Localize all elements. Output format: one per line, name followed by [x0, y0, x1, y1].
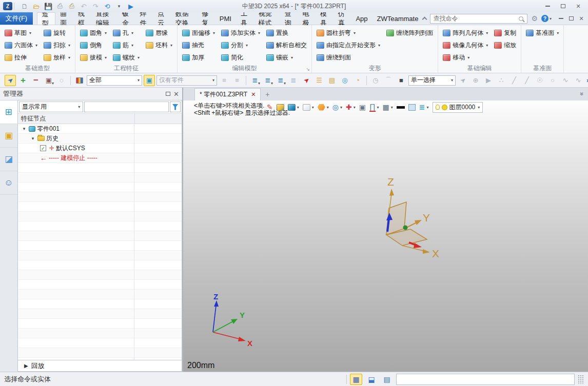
- tree-filter-combo[interactable]: 显示常用 ▾: [19, 101, 83, 112]
- replay-icon[interactable]: ▶: [483, 75, 494, 86]
- tree-filter-button[interactable]: [170, 101, 181, 112]
- ribbon-button-置换[interactable]: 置换: [265, 27, 308, 39]
- rotate-mode-icon[interactable]: ▾: [318, 104, 329, 111]
- layer-stack-icon[interactable]: ≣▾: [419, 103, 429, 111]
- circle-icon[interactable]: ○: [547, 75, 558, 86]
- history-regen-icon[interactable]: ◷: [370, 75, 381, 86]
- menu-tab-曲面[interactable]: 曲面: [55, 12, 73, 25]
- new-tab-button[interactable]: +: [261, 88, 274, 100]
- session-clock-icon[interactable]: ◔: [352, 75, 363, 86]
- marquee-select-icon[interactable]: ▣▾: [43, 75, 54, 86]
- ribbon-button-筋[interactable]: 筋▾: [112, 39, 141, 51]
- ribbon-button-添加实体[interactable]: 添加实体▾: [220, 27, 261, 39]
- print-add-icon[interactable]: ⎙: [67, 2, 76, 11]
- select-mode-combo[interactable]: 单一选择▾: [408, 75, 456, 86]
- viewport-3d[interactable]: <单击右键>环境相关选项. <Shift +鼠标右键> 显示选择过滤器. ✎▾▾…: [183, 100, 588, 372]
- menu-tab-查询[interactable]: 查询: [280, 12, 298, 25]
- doc-restore-button[interactable]: [566, 14, 576, 23]
- tree-row-零件001[interactable]: ▾零件001: [18, 124, 182, 134]
- tree-expander-icon[interactable]: ▾: [30, 136, 36, 141]
- status-grip[interactable]: [578, 375, 584, 384]
- ribbon-button-孔[interactable]: 孔▾: [112, 27, 141, 39]
- filter-part-combo[interactable]: 仅有零件▾: [156, 75, 217, 86]
- settings-gear-icon[interactable]: ⚙: [531, 14, 538, 23]
- remove-select-icon[interactable]: −: [30, 75, 42, 86]
- ribbon-button-缠绕到面[interactable]: 缠绕到面: [316, 51, 381, 64]
- circle-point-icon[interactable]: ☉: [534, 75, 545, 86]
- line-icon[interactable]: ╱: [508, 75, 520, 86]
- part-browser-icon[interactable]: ▣: [0, 124, 17, 148]
- ribbon-button-六面体[interactable]: 六面体▾: [4, 39, 38, 51]
- menu-tab-模具[interactable]: 模具: [316, 12, 334, 25]
- panel-close-icon[interactable]: ✕: [173, 90, 179, 98]
- monitor-icon[interactable]: ⬓: [365, 374, 378, 385]
- file-menu-button[interactable]: 文件(F): [0, 12, 33, 25]
- panel-float-icon[interactable]: [166, 92, 170, 96]
- match-props-icon[interactable]: ≡: [219, 75, 230, 86]
- section-view-icon[interactable]: ∏▾: [369, 103, 379, 112]
- pick-arrow-icon[interactable]: ➤: [5, 75, 16, 86]
- tree-row-历史[interactable]: ▾历史: [18, 134, 182, 144]
- tree-row-默认CSYS[interactable]: ✓✛默认CSYS: [18, 144, 182, 153]
- app-logo-icon[interactable]: Z: [3, 2, 12, 10]
- ribbon-button-圆柱折弯[interactable]: 圆柱折弯▾: [316, 27, 381, 39]
- status-input[interactable]: [396, 374, 575, 385]
- dialog-launcher-icon[interactable]: ↘: [306, 67, 310, 72]
- ribbon-button-面偏移[interactable]: 面偏移▾: [181, 27, 216, 39]
- ribbon-button-由指定点开始变形[interactable]: 由指定点开始变形▾: [316, 39, 381, 51]
- ribbon-button-抽壳[interactable]: 抽壳: [181, 39, 216, 51]
- ribbon-button-坯料[interactable]: 坯料▾: [145, 39, 173, 51]
- filter-all-combo[interactable]: 全部▾: [87, 75, 142, 86]
- menu-tab-直接编辑[interactable]: 直接编辑: [91, 12, 117, 25]
- menu-tab-点云[interactable]: 点云: [153, 12, 171, 25]
- blue-square-icon[interactable]: [408, 104, 416, 111]
- ribbon-button-拔模[interactable]: 拔模▾: [79, 51, 108, 64]
- tree-expander-icon[interactable]: ▾: [21, 126, 27, 131]
- prompt-table-icon[interactable]: ▦: [350, 374, 362, 385]
- add-select-icon[interactable]: +: [17, 75, 29, 86]
- ribbon-button-缩放[interactable]: 缩放: [493, 39, 517, 51]
- new-file-icon[interactable]: 🗋: [20, 2, 29, 11]
- ribbon-button-圆角[interactable]: 圆角▾: [79, 27, 108, 39]
- print-icon[interactable]: ⎙: [55, 2, 65, 11]
- selection-filter-icon[interactable]: [74, 75, 85, 86]
- ribbon-button-加厚[interactable]: 加厚: [181, 51, 216, 64]
- points-icon[interactable]: ∴: [496, 75, 507, 86]
- ribbon-button-镶嵌[interactable]: 镶嵌▾: [265, 51, 308, 64]
- menu-tab-ZWTeammate[interactable]: ZWTeammate: [373, 12, 423, 25]
- spline-icon[interactable]: ∿: [560, 75, 571, 86]
- copy-props-icon[interactable]: ≡: [231, 75, 243, 86]
- doc-minimize-button[interactable]: [556, 14, 565, 23]
- show-entities-icon[interactable]: ≣▾: [249, 75, 261, 86]
- export-folder-icon[interactable]: ▤: [326, 75, 338, 86]
- ribbon-button-扫掠[interactable]: 扫掠▾: [43, 39, 71, 51]
- default-csys-graphic[interactable]: Z Y X: [359, 169, 472, 267]
- curve-toggle-icon[interactable]: ⌒: [383, 75, 394, 86]
- ribbon-button-旋转[interactable]: 旋转: [43, 27, 71, 39]
- list-manager-icon[interactable]: ☰: [313, 75, 325, 86]
- ribbon-button-拉伸[interactable]: 拉伸: [4, 51, 38, 64]
- save-icon[interactable]: 💾: [44, 2, 53, 11]
- ribbon-button-倒角[interactable]: 倒角: [79, 39, 108, 51]
- ribbon-button-阵列几何体[interactable]: 阵列几何体▾: [442, 27, 489, 39]
- redo-icon[interactable]: ↷: [91, 2, 100, 11]
- doc-close-button[interactable]: ✕: [577, 14, 586, 23]
- open-file-icon[interactable]: 🗁: [32, 2, 41, 11]
- menu-tab-造型[interactable]: 造型: [37, 12, 56, 25]
- hint-erase-icon[interactable]: ✎: [267, 103, 273, 111]
- polyline-icon[interactable]: ╱: [521, 75, 533, 86]
- swap-visibility-icon[interactable]: ≣: [288, 75, 299, 86]
- collapse-ribbon-icon[interactable]: [422, 17, 427, 22]
- ribbon-button-解析自相交[interactable]: 解析自相交: [265, 39, 308, 51]
- ribbon-button-放样[interactable]: 放样▾: [43, 51, 71, 64]
- menu-tab-焊件[interactable]: 焊件: [135, 12, 153, 25]
- viewport-window-icon[interactable]: ▣: [359, 103, 366, 111]
- ribbon-button-复制[interactable]: 复制: [493, 27, 517, 39]
- playback-section[interactable]: ▶ 回放: [18, 360, 182, 371]
- menu-tab-仿真[interactable]: 仿真: [334, 12, 351, 25]
- background-icon[interactable]: ▦▾: [383, 103, 393, 111]
- menu-tab-PMI[interactable]: PMI: [215, 12, 236, 25]
- visibility-checkbox[interactable]: ✓: [40, 145, 46, 151]
- ribbon-button-分割[interactable]: 分割▾: [220, 39, 261, 51]
- menu-tab-钣金[interactable]: 钣金: [117, 12, 135, 25]
